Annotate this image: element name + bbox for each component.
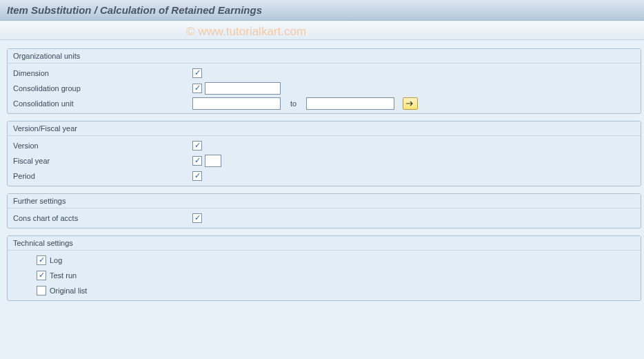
row-test-run: Test run bbox=[8, 268, 641, 283]
label-period: Period bbox=[13, 172, 192, 180]
group-version-fiscal: Version/Fiscal year Version Fiscal year … bbox=[7, 121, 641, 186]
cons-unit-to-input[interactable] bbox=[306, 97, 394, 110]
row-fiscal-year: Fiscal year bbox=[8, 153, 641, 168]
row-cons-chart: Cons chart of accts bbox=[8, 211, 641, 226]
group-title-tech: Technical settings bbox=[8, 236, 641, 251]
group-body-further: Cons chart of accts bbox=[8, 208, 641, 228]
row-log: Log bbox=[8, 253, 641, 268]
cons-group-checkbox[interactable] bbox=[192, 84, 202, 93]
period-checkbox[interactable] bbox=[192, 171, 202, 181]
label-test-run: Test run bbox=[50, 271, 77, 280]
group-body-org: Dimension Consolidation group Consolidat… bbox=[8, 64, 641, 113]
dimension-checkbox[interactable] bbox=[192, 68, 202, 78]
multiple-selection-button[interactable] bbox=[403, 97, 418, 110]
row-cons-group: Consolidation group bbox=[8, 81, 641, 96]
cons-unit-from-input[interactable] bbox=[192, 97, 281, 110]
group-body-version: Version Fiscal year Period bbox=[8, 136, 641, 186]
arrow-right-icon bbox=[406, 101, 414, 106]
fiscal-year-input[interactable] bbox=[205, 155, 221, 167]
row-dimension: Dimension bbox=[8, 66, 641, 81]
content-area: Organizational units Dimension Consolida… bbox=[0, 40, 644, 315]
toolbar-strip bbox=[0, 21, 644, 40]
row-period: Period bbox=[8, 168, 641, 184]
label-dimension: Dimension bbox=[13, 69, 192, 77]
version-checkbox[interactable] bbox=[192, 141, 202, 151]
row-cons-unit: Consolidation unit to bbox=[8, 96, 641, 111]
group-title-version: Version/Fiscal year bbox=[8, 122, 641, 136]
group-further-settings: Further settings Cons chart of accts bbox=[7, 193, 641, 229]
page-title: Item Substitution / Calculation of Retai… bbox=[7, 4, 637, 16]
label-original-list: Original list bbox=[50, 287, 87, 295]
label-cons-unit: Consolidation unit bbox=[13, 99, 192, 108]
label-fiscal-year: Fiscal year bbox=[13, 157, 192, 165]
log-checkbox[interactable] bbox=[37, 255, 46, 265]
label-version: Version bbox=[13, 142, 192, 150]
page-header: Item Substitution / Calculation of Retai… bbox=[0, 0, 644, 21]
label-cons-chart: Cons chart of accts bbox=[13, 214, 192, 222]
original-list-checkbox[interactable] bbox=[37, 286, 46, 295]
row-version: Version bbox=[8, 138, 641, 153]
group-title-org: Organizational units bbox=[8, 49, 641, 64]
test-run-checkbox[interactable] bbox=[37, 271, 46, 280]
cons-group-input[interactable] bbox=[205, 82, 281, 95]
label-cons-group: Consolidation group bbox=[13, 84, 192, 93]
group-org-units: Organizational units Dimension Consolida… bbox=[7, 48, 641, 114]
cons-chart-checkbox[interactable] bbox=[192, 213, 202, 223]
label-log: Log bbox=[50, 256, 62, 264]
fiscal-year-checkbox[interactable] bbox=[192, 156, 202, 166]
group-technical-settings: Technical settings Log Test run Original… bbox=[7, 235, 641, 301]
row-original-list: Original list bbox=[8, 283, 641, 298]
group-body-tech: Log Test run Original list bbox=[8, 251, 641, 300]
group-title-further: Further settings bbox=[8, 194, 641, 208]
range-to-label: to bbox=[290, 99, 296, 108]
